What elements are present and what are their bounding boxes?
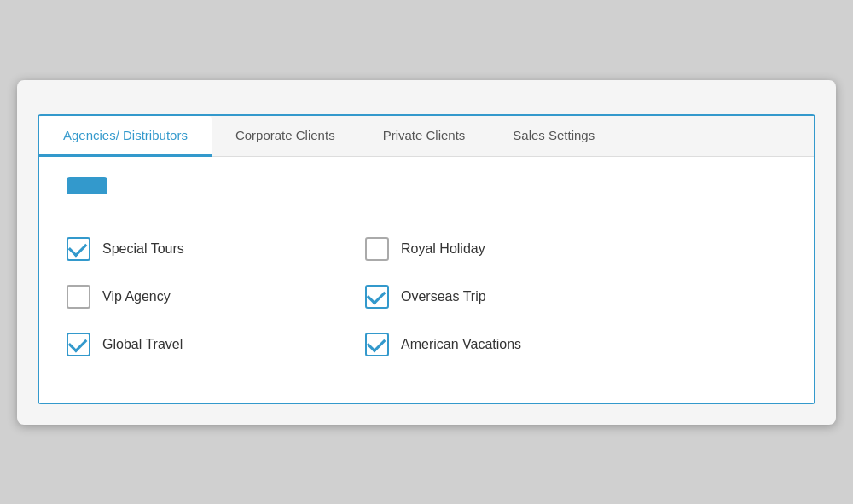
item-label-royal-holiday: Royal Holiday <box>401 241 485 257</box>
list-item[interactable]: Royal Holiday <box>365 225 664 273</box>
tabs-container: Agencies/ Distributors Corporate Clients… <box>38 114 815 404</box>
create-button[interactable] <box>67 177 107 194</box>
main-window: Agencies/ Distributors Corporate Clients… <box>17 80 836 425</box>
list-item[interactable]: Vip Agency <box>67 273 365 321</box>
checkbox-royal-holiday[interactable] <box>365 237 389 261</box>
list-item[interactable]: Special Tours <box>67 225 365 273</box>
checkbox-global-travel[interactable] <box>67 333 90 356</box>
item-label-global-travel: Global Travel <box>102 337 183 352</box>
tab-private[interactable]: Private Clients <box>359 116 490 157</box>
tab-corporate[interactable]: Corporate Clients <box>212 116 359 157</box>
item-label-overseas-trip: Overseas Trip <box>401 289 486 304</box>
list-item[interactable]: Overseas Trip <box>365 273 664 321</box>
item-label-special-tours: Special Tours <box>102 241 184 257</box>
list-item[interactable]: American Vacations <box>365 321 664 368</box>
list-item[interactable]: Global Travel <box>67 321 365 368</box>
checkbox-special-tours[interactable] <box>67 237 90 261</box>
items-grid: Special ToursRoyal HolidayVip AgencyOver… <box>67 225 664 368</box>
item-label-vip-agency: Vip Agency <box>102 289 171 304</box>
checkbox-american-vacations[interactable] <box>365 333 389 356</box>
tabs-header: Agencies/ Distributors Corporate Clients… <box>39 116 814 157</box>
checkbox-overseas-trip[interactable] <box>365 285 389 309</box>
tab-agencies[interactable]: Agencies/ Distributors <box>39 116 212 157</box>
tab-sales[interactable]: Sales Settings <box>489 116 618 157</box>
toolbar <box>67 177 786 194</box>
tab-content-agencies: Special ToursRoyal HolidayVip AgencyOver… <box>39 157 814 403</box>
checkbox-vip-agency[interactable] <box>67 285 90 309</box>
item-label-american-vacations: American Vacations <box>401 337 521 352</box>
